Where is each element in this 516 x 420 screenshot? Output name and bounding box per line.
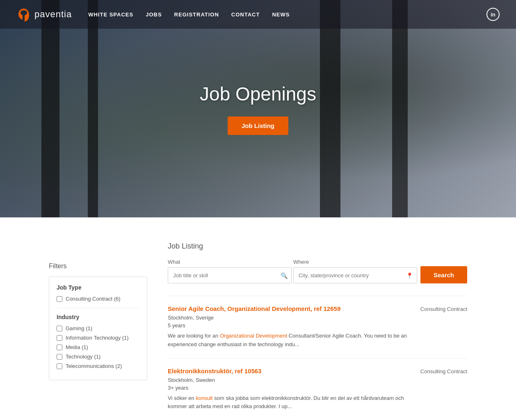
what-group: What 🔍	[168, 259, 292, 283]
job-1-location: Stockholm, Sverige	[168, 315, 412, 321]
where-group: Where 📍	[293, 259, 417, 283]
filter-gaming[interactable]: Gaming (1)	[57, 325, 139, 331]
main-content: Filters Job Type Consulting Contract (6)…	[32, 217, 484, 420]
hero-section: Job Openings Job Listing	[0, 0, 516, 217]
search-button[interactable]: Search	[420, 266, 467, 283]
telecommunications-label: Telecommunications (2)	[66, 363, 122, 369]
where-label: Where	[293, 259, 417, 265]
job-1-duration: 5 years	[168, 322, 412, 329]
job-card-1-main: Senior Agile Coach, Organizational Devel…	[168, 305, 412, 349]
search-row: What 🔍 Where 📍 Search	[168, 259, 467, 283]
technology-checkbox[interactable]	[57, 354, 62, 360]
hero-bar-3	[320, 0, 340, 217]
search-icon: 🔍	[281, 272, 288, 279]
logo[interactable]: paventia	[16, 7, 72, 22]
filter-box: Job Type Consulting Contract (6) Industr…	[49, 276, 147, 380]
what-input[interactable]	[168, 267, 292, 283]
linkedin-icon[interactable]: in	[486, 8, 500, 21]
filter-media[interactable]: Media (1)	[57, 344, 139, 350]
filter-information-technology[interactable]: Information Technology (1)	[57, 335, 139, 341]
nav-jobs[interactable]: JOBS	[146, 11, 162, 18]
job-1-description: We are looking for an Organizational Dev…	[168, 332, 412, 349]
gaming-checkbox[interactable]	[57, 326, 62, 331]
main-nav: paventia WHITE SPACES JOBS REGISTRATION …	[0, 0, 516, 29]
industry-title: Industry	[57, 314, 139, 320]
job-area: Job Listing What 🔍 Where 📍 Search	[168, 242, 467, 420]
job-listing-button[interactable]: Job Listing	[228, 116, 288, 135]
filters-title: Filters	[49, 262, 147, 270]
sidebar: Filters Job Type Consulting Contract (6)…	[49, 242, 147, 420]
job-2-location: Stockholm, Sweden	[168, 377, 412, 383]
job-card-2-main: Elektronikkonstruktör, ref 10563 Stockho…	[168, 368, 412, 411]
where-input-wrap: 📍	[293, 267, 417, 283]
media-checkbox[interactable]	[57, 345, 62, 350]
filter-divider	[57, 308, 139, 308]
hero-bar-4	[392, 0, 408, 217]
technology-label: Technology (1)	[66, 354, 100, 360]
logo-text: paventia	[34, 9, 72, 20]
consulting-contract-checkbox[interactable]	[57, 296, 62, 302]
filter-consulting-contract[interactable]: Consulting Contract (6)	[57, 296, 139, 302]
nav-news[interactable]: NEWS	[272, 11, 290, 18]
job-1-title[interactable]: Senior Agile Coach, Organizational Devel…	[168, 305, 412, 312]
location-icon: 📍	[406, 272, 413, 279]
hero-title: Job Openings	[200, 83, 316, 105]
job-2-description: Vi söker en konsult som ska jobba som el…	[168, 394, 412, 411]
what-input-wrap: 🔍	[168, 267, 292, 283]
logo-icon	[16, 7, 31, 22]
job-card-1: Senior Agile Coach, Organizational Devel…	[168, 296, 467, 358]
job-type-title: Job Type	[57, 284, 139, 291]
information-technology-label: Information Technology (1)	[66, 335, 129, 341]
filter-technology[interactable]: Technology (1)	[57, 354, 139, 360]
media-label: Media (1)	[66, 344, 88, 350]
where-input[interactable]	[293, 267, 417, 283]
job-2-title[interactable]: Elektronikkonstruktör, ref 10563	[168, 368, 412, 374]
nav-white-spaces[interactable]: WHITE SPACES	[88, 11, 133, 18]
job-listing-heading: Job Listing	[168, 242, 467, 251]
hero-bar-2	[88, 0, 98, 217]
filter-telecommunications[interactable]: Telecommunications (2)	[57, 363, 139, 369]
consulting-contract-label: Consulting Contract (6)	[66, 296, 121, 302]
job-2-duration: 3+ years	[168, 385, 412, 391]
information-technology-checkbox[interactable]	[57, 335, 62, 341]
nav-registration[interactable]: REGISTRATION	[174, 11, 219, 18]
telecommunications-checkbox[interactable]	[57, 363, 62, 369]
hero-bar-1	[41, 0, 59, 217]
job-card-2: Elektronikkonstruktör, ref 10563 Stockho…	[168, 358, 467, 420]
job-2-highlight-1: konsult	[196, 395, 212, 401]
gaming-label: Gaming (1)	[66, 325, 92, 331]
job-2-type: Consulting Contract	[420, 368, 467, 411]
nav-contact[interactable]: CONTACT	[231, 11, 260, 18]
job-1-type: Consulting Contract	[420, 305, 467, 349]
hero-content: Job Openings Job Listing	[200, 83, 316, 135]
nav-links: WHITE SPACES JOBS REGISTRATION CONTACT N…	[88, 11, 486, 18]
job-1-highlight-1: Organizational Development	[220, 333, 287, 339]
what-label: What	[168, 259, 292, 265]
